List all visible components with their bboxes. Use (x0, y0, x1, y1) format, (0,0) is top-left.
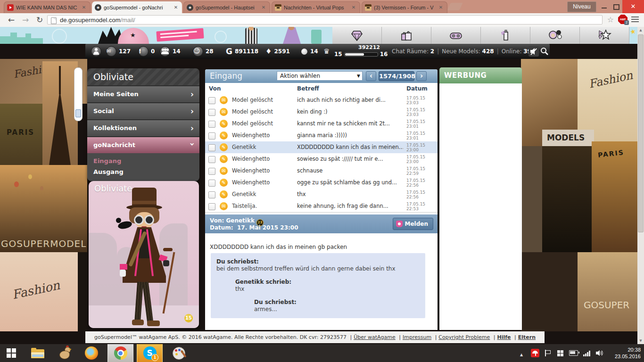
window-maximize-button[interactable] (610, 0, 622, 13)
nav-diamonds-button[interactable] (332, 27, 382, 44)
message-from[interactable]: Genetikk (232, 191, 294, 197)
footer-link-eltern[interactable]: Eltern (518, 334, 536, 340)
mini-scrollbar[interactable] (74, 67, 83, 121)
sidebar-item-meine-seiten[interactable]: Meine Seiten› (87, 85, 199, 102)
table-row[interactable]: ✎Model gelöschtkannst mir ne ta schicken… (205, 118, 438, 130)
prev-page-button[interactable]: ‹ (366, 71, 376, 81)
message-from[interactable]: Weidenghetto (232, 156, 294, 162)
table-row[interactable]: ✉Model gelöschtkein ding :)17.05.1523:03 (205, 106, 438, 118)
level-stat[interactable] (323, 44, 330, 59)
row-checkbox[interactable] (208, 191, 215, 198)
scrollbar-thumb[interactable] (638, 34, 644, 232)
row-checkbox[interactable] (208, 97, 215, 104)
browser-tab[interactable]: goSupermodel - Hauptsei (183, 1, 270, 13)
message-subject[interactable]: thx (297, 191, 403, 197)
tray-battery[interactable] (567, 344, 580, 362)
nav-design-button[interactable] (481, 27, 530, 44)
table-row[interactable]: ✎Weidenghettogianna maria :)))))17.05.15… (205, 130, 438, 142)
row-checkbox[interactable] (208, 156, 215, 163)
new-models-label[interactable]: Neue Models: (442, 48, 480, 55)
tab-close-icon[interactable] (173, 4, 179, 11)
sidebar-item-gonachricht[interactable]: goNachricht› (87, 136, 199, 153)
taskbar-firefox-button[interactable] (78, 344, 104, 362)
profile-button[interactable] (91, 44, 104, 59)
taskbar-explorer-button[interactable] (25, 344, 50, 362)
footer-link-ueber-watagame[interactable]: Über watAgame (354, 334, 396, 340)
table-row[interactable]: ✎Weidenghettosowieso zu spät :///// tut … (205, 153, 438, 165)
money-stat[interactable]: 891118 (226, 44, 258, 59)
message-subject[interactable]: sowieso zu spät :///// tut mir e... (297, 156, 403, 162)
chat-rooms-label[interactable]: Chat Räume: (392, 48, 429, 55)
footer-link-copyright-probleme[interactable]: Copyright Probleme (438, 334, 490, 340)
scrollbar-up-arrow[interactable] (637, 27, 644, 33)
tray-windows[interactable] (554, 344, 566, 362)
table-row[interactable]: ✎Genetikkthx17.05.1522:56 (205, 189, 438, 201)
from-value[interactable]: Genetikk (226, 217, 254, 224)
tray-show-hidden-icons[interactable] (516, 344, 527, 362)
browser-tab[interactable]: Nachrichten - Virtual Pops (272, 1, 360, 13)
taskbar-chicken-app-button[interactable] (51, 344, 77, 362)
taskbar-clock[interactable]: 20:38 23.05.2016 (610, 344, 641, 362)
new-tab-button[interactable] (447, 3, 462, 10)
next-page-button[interactable]: › (416, 71, 427, 81)
pearls-stat[interactable]: 14 (301, 44, 318, 59)
action-select[interactable]: Aktion wählen (277, 71, 363, 81)
footer-link-impressum[interactable]: Impressum (403, 334, 431, 340)
tab-close-icon[interactable] (260, 4, 267, 11)
footer-link-hilfe[interactable]: Hilfe (497, 334, 511, 340)
message-from[interactable]: Taistelija. (232, 203, 294, 209)
mute-sound-icon[interactable] (528, 46, 539, 57)
table-row[interactable]: ✉Weidenghettoschnause17.05.1522:59 (205, 165, 438, 177)
row-checkbox[interactable] (208, 109, 215, 116)
browser-tab[interactable]: WIE KANN MAN DAS NIC (4, 1, 91, 13)
mini-scrollbar-thumb[interactable] (75, 109, 81, 117)
message-subject[interactable]: kannst mir ne ta schicken mit 2t... (297, 120, 403, 127)
search-icon[interactable] (539, 46, 550, 57)
back-icon[interactable] (6, 14, 17, 25)
window-close-button[interactable] (622, 0, 644, 13)
reload-icon[interactable] (34, 14, 45, 25)
sidebar-item-kollektionen[interactable]: Kollektionen› (87, 119, 199, 136)
forward-icon[interactable] (20, 14, 31, 25)
friends-stat[interactable]: 14 (160, 44, 181, 59)
tab-close-icon[interactable] (438, 4, 444, 11)
message-from[interactable]: Weidenghetto (232, 179, 294, 186)
browser-menu-icon[interactable] (631, 16, 639, 24)
message-from[interactable]: Genetikk (232, 144, 294, 150)
row-checkbox[interactable] (208, 180, 215, 187)
table-row-selected[interactable]: ✎GenetikkXDDDDDDDD kann ich das in meine… (205, 141, 438, 154)
message-subject[interactable]: XDDDDDDDD kann ich das in meinen... (297, 144, 403, 150)
message-subject[interactable]: keine ahnung, ich frag die dann... (297, 203, 403, 209)
taskbar-chrome-button[interactable] (107, 344, 133, 362)
browser-tab-active[interactable]: goSupermodel - goNachri (92, 1, 182, 13)
nav-games-button[interactable] (431, 27, 481, 44)
alerts-stat[interactable]: 0 (138, 44, 155, 59)
table-row[interactable]: ✎Weidenghettoogge zu spät schlambe das g… (205, 177, 438, 189)
taskbar-paint-button[interactable] (166, 344, 192, 362)
row-checkbox[interactable] (208, 144, 215, 151)
report-button[interactable]: Melden (393, 218, 433, 230)
browser-tab[interactable]: (3) Vermissen - Forum - V (362, 1, 447, 13)
table-row[interactable]: ✉Model gelöschtich auch nich so richtig … (205, 94, 438, 107)
row-checkbox[interactable] (208, 121, 215, 128)
tray-volume[interactable] (593, 344, 606, 362)
message-subject[interactable]: kein ding :) (297, 108, 403, 115)
sidebar-item-ausgang[interactable]: Ausgang (87, 166, 199, 177)
smiley-stat[interactable]: 28 (193, 44, 214, 59)
message-from[interactable]: Weidenghetto (232, 132, 294, 139)
sidebar-item-social[interactable]: Social› (87, 102, 199, 119)
bookmark-star-icon[interactable] (605, 14, 616, 25)
tray-avira[interactable] (529, 344, 541, 362)
diamonds-stat[interactable]: 2591 (265, 44, 290, 59)
scrollbar-down-arrow[interactable] (637, 337, 644, 344)
tray-action-center[interactable] (542, 344, 553, 362)
tray-network[interactable] (581, 344, 593, 362)
taskbar-skype-button[interactable]: S 1 (137, 344, 163, 362)
mail-stat[interactable]: 127 (106, 44, 131, 59)
message-from[interactable]: Model gelöscht (232, 97, 294, 103)
nav-shop-button[interactable] (382, 27, 431, 44)
message-from[interactable]: Weidenghetto (232, 167, 294, 174)
message-subject[interactable]: gianna maria :))))) (297, 132, 403, 139)
browser-scrollbar[interactable] (637, 27, 644, 344)
message-subject[interactable]: ogge zu spät schlambe das gg und... (297, 179, 403, 186)
